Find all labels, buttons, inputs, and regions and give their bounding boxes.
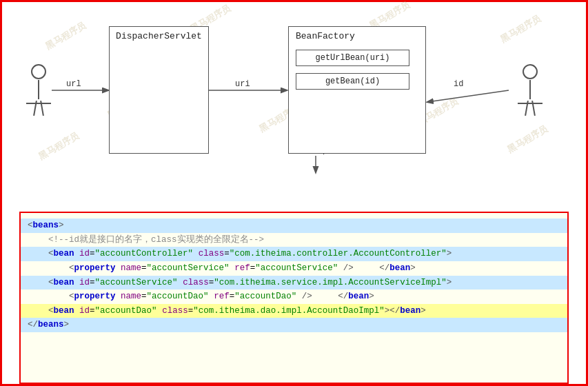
method-getbean: getBean(id) <box>296 73 409 90</box>
left-person <box>26 64 51 116</box>
dispatcher-servlet-box: DispacherServlet <box>109 26 209 154</box>
right-person-head <box>523 64 538 79</box>
svg-text:url: url <box>66 79 81 89</box>
xml-line-4: <property name="accountService" ref="acc… <box>28 263 354 273</box>
xml-code-area: <beans> <!--id就是接口的名字，class实现类的全限定名--> <… <box>19 212 569 384</box>
main-container: 黑马程序员 黑马程序员 黑马程序员 黑马程序员 黑马程序员 黑马程序员 黑马程序… <box>0 0 588 386</box>
beanfactory-box: BeanFactory getUrlBean(uri) getBean(id) <box>288 26 426 154</box>
diagram-area: 黑马程序员 黑马程序员 黑马程序员 黑马程序员 黑马程序员 黑马程序员 黑马程序… <box>2 2 586 202</box>
svg-text:id: id <box>454 79 463 89</box>
right-person <box>518 64 543 116</box>
dispatcher-label: DispacherServlet <box>116 31 202 41</box>
beanfactory-label: BeanFactory <box>296 31 355 41</box>
xml-line-10: </beans> <box>21 318 567 332</box>
xml-line-6: <bean id="accountService" class="com.ith… <box>21 276 567 290</box>
xml-line-8: </bean> <box>317 292 374 301</box>
xml-line-2: <!--id就是接口的名字，class实现类的全限定名--> <box>28 235 264 245</box>
svg-line-4 <box>427 90 509 102</box>
xml-line-7: <property name="accountDao" ref="account… <box>28 292 312 301</box>
method-geturlbean: getUrlBean(uri) <box>296 50 409 66</box>
person-arms <box>26 103 51 104</box>
right-person-body <box>529 80 531 99</box>
right-person-arms <box>518 103 543 104</box>
svg-text:uri: uri <box>235 79 250 89</box>
xml-line-9: <bean id="accountDao" class="com.itheima… <box>21 304 567 318</box>
person-body <box>38 80 39 99</box>
xml-line-1: <beans> <box>21 219 567 233</box>
xml-line-5: </bean> <box>358 263 416 273</box>
xml-line-3: <bean id="accountController" class="com.… <box>21 247 567 261</box>
person-head <box>31 64 46 79</box>
